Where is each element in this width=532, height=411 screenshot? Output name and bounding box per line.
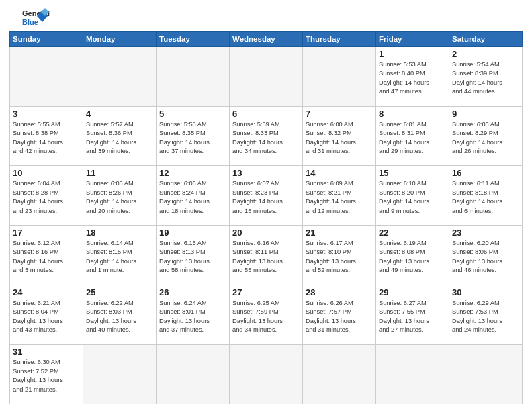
calendar-cell bbox=[376, 345, 449, 404]
calendar-cell: 22Sunrise: 6:19 AM Sunset: 8:08 PM Dayli… bbox=[376, 225, 449, 285]
day-info: Sunrise: 6:27 AM Sunset: 7:55 PM Dayligh… bbox=[379, 299, 446, 335]
day-number: 31 bbox=[13, 347, 80, 357]
day-info: Sunrise: 6:15 AM Sunset: 8:13 PM Dayligh… bbox=[159, 239, 226, 275]
day-info: Sunrise: 6:07 AM Sunset: 8:23 PM Dayligh… bbox=[232, 179, 300, 216]
calendar-week-3: 10Sunrise: 6:04 AM Sunset: 8:28 PM Dayli… bbox=[10, 166, 523, 226]
day-number: 30 bbox=[452, 287, 519, 298]
calendar-week-2: 3Sunrise: 5:55 AM Sunset: 8:38 PM Daylig… bbox=[10, 106, 523, 166]
calendar-cell: 19Sunrise: 6:15 AM Sunset: 8:13 PM Dayli… bbox=[157, 225, 230, 285]
header: GeneralBlue bbox=[9, 7, 523, 27]
calendar-week-1: 1Sunrise: 5:53 AM Sunset: 8:40 PM Daylig… bbox=[10, 47, 523, 107]
calendar-cell: 25Sunrise: 6:22 AM Sunset: 8:03 PM Dayli… bbox=[83, 285, 157, 345]
day-info: Sunrise: 6:16 AM Sunset: 8:11 PM Dayligh… bbox=[232, 239, 300, 275]
day-number: 9 bbox=[452, 109, 519, 119]
calendar-cell bbox=[449, 345, 523, 404]
calendar-cell: 27Sunrise: 6:25 AM Sunset: 7:59 PM Dayli… bbox=[230, 285, 303, 345]
day-number: 29 bbox=[379, 287, 446, 298]
calendar-week-6: 31Sunrise: 6:30 AM Sunset: 7:52 PM Dayli… bbox=[10, 345, 523, 404]
day-number: 20 bbox=[232, 228, 300, 238]
day-number: 27 bbox=[232, 287, 300, 298]
day-info: Sunrise: 6:03 AM Sunset: 8:29 PM Dayligh… bbox=[452, 120, 519, 156]
day-number: 3 bbox=[13, 109, 80, 119]
generalblue-logo-icon: GeneralBlue bbox=[9, 7, 63, 27]
calendar-cell: 31Sunrise: 6:30 AM Sunset: 7:52 PM Dayli… bbox=[10, 345, 83, 404]
day-number: 23 bbox=[452, 228, 519, 238]
calendar-cell bbox=[303, 345, 376, 404]
calendar-cell: 2Sunrise: 5:54 AM Sunset: 8:39 PM Daylig… bbox=[449, 47, 523, 107]
day-info: Sunrise: 6:11 AM Sunset: 8:18 PM Dayligh… bbox=[452, 179, 519, 216]
day-info: Sunrise: 6:25 AM Sunset: 7:59 PM Dayligh… bbox=[232, 299, 300, 335]
day-info: Sunrise: 6:14 AM Sunset: 8:15 PM Dayligh… bbox=[86, 239, 153, 275]
calendar-cell: 7Sunrise: 6:00 AM Sunset: 8:32 PM Daylig… bbox=[303, 106, 376, 166]
day-info: Sunrise: 6:10 AM Sunset: 8:20 PM Dayligh… bbox=[379, 179, 446, 216]
day-number: 16 bbox=[452, 168, 519, 178]
day-info: Sunrise: 5:58 AM Sunset: 8:35 PM Dayligh… bbox=[159, 120, 226, 156]
calendar-cell bbox=[83, 47, 157, 107]
calendar-cell: 8Sunrise: 6:01 AM Sunset: 8:31 PM Daylig… bbox=[376, 106, 449, 166]
day-number: 5 bbox=[159, 109, 226, 119]
day-number: 2 bbox=[452, 49, 519, 59]
calendar-cell: 14Sunrise: 6:09 AM Sunset: 8:21 PM Dayli… bbox=[303, 166, 376, 226]
day-number: 19 bbox=[159, 228, 226, 238]
calendar-cell: 28Sunrise: 6:26 AM Sunset: 7:57 PM Dayli… bbox=[303, 285, 376, 345]
day-info: Sunrise: 6:04 AM Sunset: 8:28 PM Dayligh… bbox=[13, 179, 80, 216]
day-info: Sunrise: 5:59 AM Sunset: 8:33 PM Dayligh… bbox=[232, 120, 300, 156]
calendar-cell bbox=[157, 345, 230, 404]
calendar-cell: 26Sunrise: 6:24 AM Sunset: 8:01 PM Dayli… bbox=[157, 285, 230, 345]
calendar-cell: 21Sunrise: 6:17 AM Sunset: 8:10 PM Dayli… bbox=[303, 225, 376, 285]
svg-text:Blue: Blue bbox=[22, 18, 38, 26]
day-number: 14 bbox=[306, 168, 373, 178]
calendar-cell bbox=[230, 47, 303, 107]
calendar-cell: 4Sunrise: 5:57 AM Sunset: 8:36 PM Daylig… bbox=[83, 106, 157, 166]
calendar-cell: 11Sunrise: 6:05 AM Sunset: 8:26 PM Dayli… bbox=[83, 166, 157, 226]
calendar-week-4: 17Sunrise: 6:12 AM Sunset: 8:16 PM Dayli… bbox=[10, 225, 523, 285]
day-number: 11 bbox=[86, 168, 153, 178]
day-number: 10 bbox=[13, 168, 80, 178]
day-number: 15 bbox=[379, 168, 446, 178]
day-number: 28 bbox=[306, 287, 373, 298]
day-info: Sunrise: 6:12 AM Sunset: 8:16 PM Dayligh… bbox=[13, 239, 80, 275]
page: GeneralBlue SundayMondayTuesdayWednesday… bbox=[0, 0, 532, 411]
day-number: 24 bbox=[13, 287, 80, 298]
weekday-header-friday: Friday bbox=[376, 32, 449, 47]
day-info: Sunrise: 6:19 AM Sunset: 8:08 PM Dayligh… bbox=[379, 239, 446, 275]
calendar-cell: 3Sunrise: 5:55 AM Sunset: 8:38 PM Daylig… bbox=[10, 106, 83, 166]
calendar-cell: 12Sunrise: 6:06 AM Sunset: 8:24 PM Dayli… bbox=[157, 166, 230, 226]
day-info: Sunrise: 6:29 AM Sunset: 7:53 PM Dayligh… bbox=[452, 299, 519, 335]
day-info: Sunrise: 6:05 AM Sunset: 8:26 PM Dayligh… bbox=[86, 179, 153, 216]
calendar-cell: 13Sunrise: 6:07 AM Sunset: 8:23 PM Dayli… bbox=[230, 166, 303, 226]
calendar-cell: 17Sunrise: 6:12 AM Sunset: 8:16 PM Dayli… bbox=[10, 225, 83, 285]
calendar-cell: 18Sunrise: 6:14 AM Sunset: 8:15 PM Dayli… bbox=[83, 225, 157, 285]
weekday-header-sunday: Sunday bbox=[10, 32, 83, 47]
day-number: 13 bbox=[232, 168, 300, 178]
calendar-cell: 20Sunrise: 6:16 AM Sunset: 8:11 PM Dayli… bbox=[230, 225, 303, 285]
day-number: 26 bbox=[159, 287, 226, 298]
day-info: Sunrise: 6:26 AM Sunset: 7:57 PM Dayligh… bbox=[306, 299, 373, 335]
calendar-cell: 5Sunrise: 5:58 AM Sunset: 8:35 PM Daylig… bbox=[157, 106, 230, 166]
calendar-cell: 29Sunrise: 6:27 AM Sunset: 7:55 PM Dayli… bbox=[376, 285, 449, 345]
calendar-cell bbox=[157, 47, 230, 107]
calendar-cell: 6Sunrise: 5:59 AM Sunset: 8:33 PM Daylig… bbox=[230, 106, 303, 166]
calendar-cell: 23Sunrise: 6:20 AM Sunset: 8:06 PM Dayli… bbox=[449, 225, 523, 285]
day-info: Sunrise: 6:06 AM Sunset: 8:24 PM Dayligh… bbox=[159, 179, 226, 216]
day-info: Sunrise: 5:55 AM Sunset: 8:38 PM Dayligh… bbox=[13, 120, 80, 156]
weekday-header-monday: Monday bbox=[83, 32, 157, 47]
calendar-cell: 1Sunrise: 5:53 AM Sunset: 8:40 PM Daylig… bbox=[376, 47, 449, 107]
weekday-header-wednesday: Wednesday bbox=[230, 32, 303, 47]
day-info: Sunrise: 6:09 AM Sunset: 8:21 PM Dayligh… bbox=[306, 179, 373, 216]
day-number: 21 bbox=[306, 228, 373, 238]
calendar-table: SundayMondayTuesdayWednesdayThursdayFrid… bbox=[9, 31, 523, 404]
day-number: 7 bbox=[306, 109, 373, 119]
weekday-header-saturday: Saturday bbox=[449, 32, 523, 47]
calendar-cell bbox=[303, 47, 376, 107]
day-number: 17 bbox=[13, 228, 80, 238]
day-number: 18 bbox=[86, 228, 153, 238]
day-number: 1 bbox=[379, 49, 446, 59]
day-info: Sunrise: 6:01 AM Sunset: 8:31 PM Dayligh… bbox=[379, 120, 446, 156]
day-info: Sunrise: 5:57 AM Sunset: 8:36 PM Dayligh… bbox=[86, 120, 153, 156]
day-info: Sunrise: 6:17 AM Sunset: 8:10 PM Dayligh… bbox=[306, 239, 373, 275]
calendar-cell: 24Sunrise: 6:21 AM Sunset: 8:04 PM Dayli… bbox=[10, 285, 83, 345]
day-number: 8 bbox=[379, 109, 446, 119]
day-number: 25 bbox=[86, 287, 153, 298]
calendar-cell bbox=[230, 345, 303, 404]
